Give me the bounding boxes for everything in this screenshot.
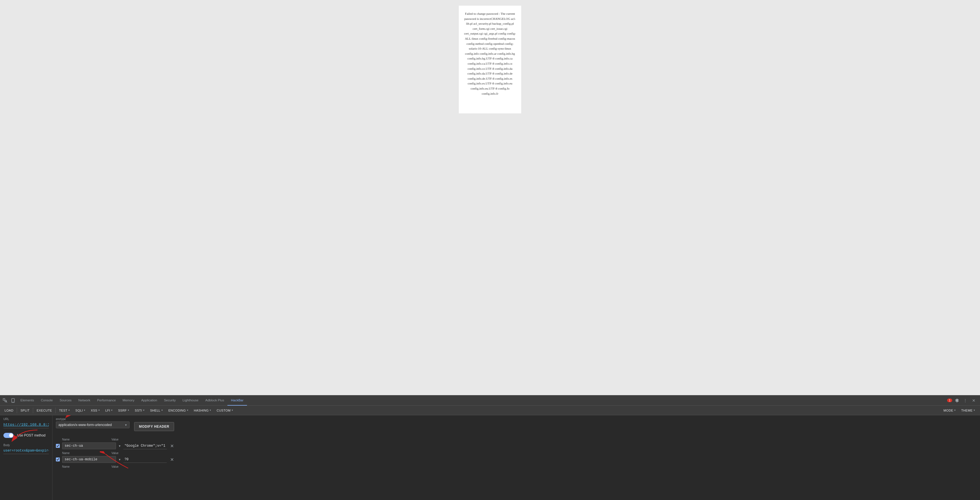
split-button[interactable]: SPLIT — [18, 408, 32, 413]
test-dropdown[interactable]: TEST ▼ — [57, 408, 73, 413]
devtools-panel: Elements Console Sources Network Perform… — [0, 395, 980, 500]
test-arrow-icon: ▼ — [68, 409, 70, 411]
mobile-icon[interactable] — [9, 397, 17, 405]
devtools-tab-bar: Elements Console Sources Network Perform… — [0, 395, 980, 406]
tab-lighthouse[interactable]: Lighthouse — [179, 395, 202, 406]
settings-icon[interactable] — [953, 397, 961, 405]
hackbar-toolbar: LOAD SPLIT EXECUTE TEST ▼ SQLI ▼ XSS ▼ L… — [0, 406, 980, 415]
sqli-dropdown[interactable]: SQLI ▼ — [73, 408, 88, 413]
hashing-arrow-icon: ▼ — [209, 409, 212, 411]
ssti-dropdown[interactable]: SSTI ▼ — [132, 408, 147, 413]
mode-dropdown[interactable]: MODE ▼ — [941, 408, 958, 413]
body-arrow-indicator — [100, 451, 134, 471]
theme-dropdown[interactable]: THEME ▼ — [959, 408, 978, 413]
xss-arrow-icon: ▼ — [98, 409, 100, 411]
encoding-arrow-icon: ▼ — [186, 409, 189, 411]
mode-arrow-icon: ▼ — [954, 409, 956, 411]
tab-adblock-plus[interactable]: Adblock Plus — [202, 395, 228, 406]
hackbar-content: URL U — [0, 415, 980, 500]
header-2-checkbox[interactable] — [56, 457, 60, 462]
shell-arrow-icon: ▼ — [161, 409, 163, 411]
tab-network[interactable]: Network — [75, 395, 94, 406]
header-1-close-icon[interactable]: ✕ — [169, 443, 175, 449]
enctype-select[interactable]: application/x-www-form-urlencoded multip… — [56, 422, 130, 428]
header-row-1: ▼ ✕ — [56, 443, 174, 449]
header-1-checkbox[interactable] — [56, 444, 60, 448]
lfi-dropdown[interactable]: LFI ▼ — [103, 408, 115, 413]
ssrf-dropdown[interactable]: SSRF ▼ — [116, 408, 132, 413]
url-section: URL — [3, 417, 49, 428]
notification-badge: 1 — [947, 398, 952, 402]
tab-elements[interactable]: Elements — [17, 395, 37, 406]
inspect-element-icon[interactable] — [1, 397, 9, 405]
url-label: URL — [3, 417, 49, 421]
post-toggle-arrow-indicator — [0, 427, 40, 447]
custom-arrow-icon: ▼ — [231, 409, 233, 411]
close-devtools-icon[interactable]: ✕ — [970, 397, 978, 405]
load-button[interactable]: LOAD — [2, 408, 16, 413]
value-col-label-1: Value — [111, 438, 174, 441]
tab-console[interactable]: Console — [37, 395, 56, 406]
page-text: Failed to change password : The current … — [459, 6, 521, 113]
encoding-dropdown[interactable]: ENCODING ▼ — [166, 408, 191, 413]
hackbar-left-panel: URL U — [0, 415, 52, 500]
theme-arrow-icon: ▼ — [973, 409, 975, 411]
svg-rect-0 — [3, 398, 5, 400]
execute-button[interactable]: EXECUTE — [34, 408, 54, 413]
tab-memory[interactable]: Memory — [119, 395, 138, 406]
tab-hackbar[interactable]: HackBar — [228, 395, 247, 406]
separator — [33, 408, 33, 413]
custom-dropdown[interactable]: CUSTOM ▼ — [215, 408, 235, 413]
shell-dropdown[interactable]: SHELL ▼ — [148, 408, 165, 413]
browser-content: Failed to change password : The current … — [0, 0, 980, 395]
tab-sources[interactable]: Sources — [56, 395, 75, 406]
enctype-label: enctype — [56, 417, 130, 421]
more-options-icon[interactable]: ⋮ — [961, 397, 969, 405]
error-message: Failed to change password : The current … — [464, 12, 516, 95]
separator — [55, 408, 56, 413]
tab-security[interactable]: Security — [161, 395, 179, 406]
ssrf-arrow-icon: ▼ — [127, 409, 130, 411]
modify-header-button[interactable]: MODIFY HEADER — [134, 422, 174, 431]
ssti-arrow-icon: ▼ — [143, 409, 145, 411]
header-1-name-input[interactable] — [62, 443, 116, 449]
header-2-close-icon[interactable]: ✕ — [169, 457, 175, 462]
name-col-label-1: Name — [56, 438, 110, 441]
lfi-arrow-icon: ▼ — [111, 409, 113, 411]
separator — [17, 408, 17, 413]
enctype-wrapper: application/x-www-form-urlencoded multip… — [56, 422, 130, 428]
body-input[interactable] — [3, 448, 49, 454]
tab-performance[interactable]: Performance — [94, 395, 119, 406]
tab-application[interactable]: Application — [138, 395, 161, 406]
name-dropdown-arrow-icon: ▼ — [118, 444, 121, 448]
sqli-arrow-icon: ▼ — [83, 409, 86, 411]
header-1-value-input[interactable] — [123, 443, 167, 449]
hashing-dropdown[interactable]: HASHING ▼ — [192, 408, 214, 413]
xss-dropdown[interactable]: XSS ▼ — [89, 408, 102, 413]
